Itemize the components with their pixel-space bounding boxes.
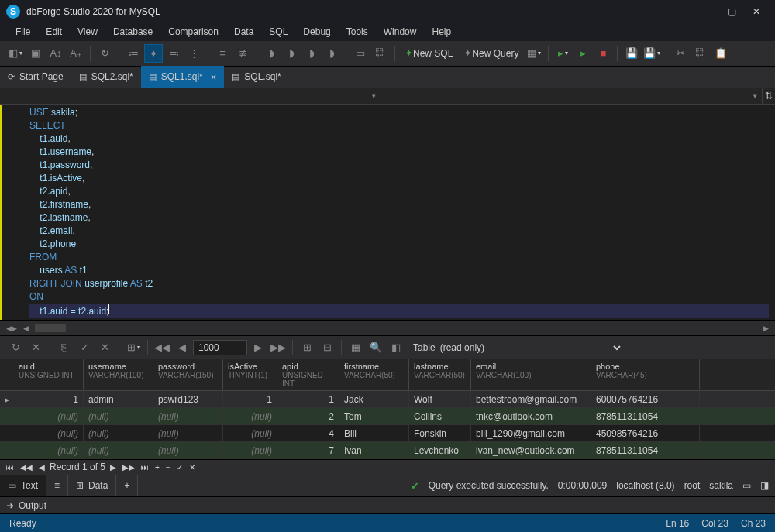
document-tab[interactable]: ⟳Start Page bbox=[0, 66, 71, 88]
table-cell[interactable]: 1 bbox=[223, 391, 277, 407]
table-cell[interactable]: Fonskin bbox=[409, 425, 471, 441]
document-tab[interactable]: ▤SQL2.sql* bbox=[71, 66, 141, 88]
first-page-icon[interactable]: ◀◀ bbox=[153, 338, 171, 357]
column-header[interactable]: phoneVARCHAR(45) bbox=[591, 359, 700, 390]
flag-clear-icon[interactable]: ◗ bbox=[322, 44, 341, 63]
menu-window[interactable]: Window bbox=[377, 25, 423, 39]
view-card-icon[interactable]: ⊟ bbox=[318, 338, 336, 357]
last-page-icon[interactable]: ▶▶ bbox=[269, 338, 288, 357]
table-cell[interactable]: Wolf bbox=[409, 391, 471, 407]
output-panel-header[interactable]: ➜ Output bbox=[0, 497, 775, 515]
table-cell[interactable]: Bill bbox=[339, 425, 409, 441]
minimize-button[interactable]: — bbox=[694, 0, 719, 23]
table-cell[interactable]: 600075764216 bbox=[591, 391, 700, 407]
close-button[interactable]: ✕ bbox=[744, 0, 769, 23]
flag-prev-icon[interactable]: ◗ bbox=[282, 44, 301, 63]
nav-last-icon[interactable]: ⏭ bbox=[140, 463, 150, 472]
cancel-icon[interactable]: ✕ bbox=[26, 338, 45, 357]
table-cell[interactable]: (null) bbox=[84, 408, 153, 424]
table-row[interactable]: (null)(null)(null)(null)7IvanLevchenkoiv… bbox=[0, 442, 775, 459]
save-dropdown-button[interactable]: 💾▾ bbox=[642, 44, 661, 63]
table-cell[interactable]: (null) bbox=[84, 425, 153, 441]
column-header[interactable]: lastnameVARCHAR(50) bbox=[409, 359, 471, 390]
table-cell[interactable]: (null) bbox=[223, 442, 277, 458]
page-size-input[interactable] bbox=[193, 340, 247, 355]
new-sql-button[interactable]: ✦ New SQL bbox=[400, 44, 457, 63]
nav-remove-icon[interactable]: − bbox=[164, 463, 172, 472]
table-cell[interactable]: 878511311054 bbox=[591, 408, 700, 424]
nav-commit-icon[interactable]: ✓ bbox=[175, 463, 184, 472]
bookmark-icon[interactable]: ◗ bbox=[262, 44, 281, 63]
column-header[interactable]: usernameVARCHAR(100) bbox=[84, 359, 153, 390]
table-cell[interactable]: pswrd123 bbox=[153, 391, 223, 407]
table-cell[interactable]: Tom bbox=[339, 408, 409, 424]
table-row[interactable]: (null)(null)(null)(null)2TomCollinstnkc@… bbox=[0, 408, 775, 425]
tab-text[interactable]: ▭Text bbox=[0, 475, 46, 496]
table-cell[interactable]: ivan_new@outlook.com bbox=[471, 442, 591, 458]
toolbar-button[interactable]: A↕ bbox=[46, 44, 65, 63]
table-cell[interactable]: Levchenko bbox=[409, 442, 471, 458]
table-cell[interactable]: 1 bbox=[277, 391, 339, 407]
table-cell[interactable]: Collins bbox=[409, 408, 471, 424]
menu-tools[interactable]: Tools bbox=[340, 25, 374, 39]
refresh-results-icon[interactable]: ↻ bbox=[6, 338, 25, 357]
menu-file[interactable]: File bbox=[9, 25, 36, 39]
menu-edit[interactable]: Edit bbox=[40, 25, 68, 39]
toolbar-button[interactable]: ▦▾ bbox=[525, 44, 543, 63]
table-cell[interactable]: (null) bbox=[14, 425, 84, 441]
toolbar-button[interactable]: ⿻ bbox=[371, 44, 390, 63]
flag-next-icon[interactable]: ◗ bbox=[302, 44, 321, 63]
column-header[interactable]: auidUNSIGNED INT bbox=[14, 359, 84, 390]
table-cell[interactable]: 2 bbox=[277, 408, 339, 424]
debug-button[interactable]: ▸ bbox=[574, 44, 592, 63]
table-cell[interactable]: (null) bbox=[153, 442, 223, 458]
table-cell[interactable]: (null) bbox=[14, 442, 84, 458]
table-mode-select[interactable]: (read only) bbox=[437, 340, 623, 355]
table-cell[interactable]: Ivan bbox=[339, 442, 409, 458]
menu-sql[interactable]: SQL bbox=[263, 25, 294, 39]
table-cell[interactable]: (null) bbox=[153, 408, 223, 424]
toolbar-icon[interactable]: ▦ bbox=[346, 338, 365, 357]
table-row[interactable]: (null)(null)(null)(null)4BillFonskinbill… bbox=[0, 425, 775, 442]
view-grid-icon[interactable]: ⊞ bbox=[298, 338, 316, 357]
editor-dropdown-right[interactable]: ▾ bbox=[381, 88, 763, 104]
column-header[interactable]: isActiveTINYINT(1) bbox=[223, 359, 277, 390]
close-tab-icon[interactable]: × bbox=[211, 71, 217, 83]
toolbar-button[interactable]: ≔ bbox=[124, 44, 143, 63]
column-header[interactable]: passwordVARCHAR(150) bbox=[153, 359, 223, 390]
toolbar-button[interactable]: ◧▾ bbox=[6, 44, 25, 63]
document-tab[interactable]: ▤SQL.sql* bbox=[224, 66, 288, 88]
column-header[interactable]: apidUNSIGNED INT bbox=[277, 359, 339, 390]
rollback-icon[interactable]: ✕ bbox=[95, 338, 114, 357]
editor-scrollbar[interactable]: ◀▶ ◀ ▶ bbox=[0, 320, 775, 336]
menu-view[interactable]: View bbox=[71, 25, 104, 39]
nav-add-icon[interactable]: + bbox=[153, 463, 161, 472]
table-cell[interactable]: bettestroom@gmail.com bbox=[471, 391, 591, 407]
toolbar-button[interactable]: ≡ bbox=[213, 44, 232, 63]
editor-dropdown-left[interactable]: ▾ bbox=[0, 88, 381, 104]
copy-icon[interactable]: ⿻ bbox=[691, 44, 710, 63]
table-cell[interactable]: (null) bbox=[14, 408, 84, 424]
paste-icon[interactable]: 📋 bbox=[711, 44, 730, 63]
toolbar-button[interactable]: ▣ bbox=[26, 44, 45, 63]
table-cell[interactable]: tnkc@outlook.com bbox=[471, 408, 591, 424]
table-cell[interactable]: (null) bbox=[84, 442, 153, 458]
table-cell[interactable]: bill_1290@gmail.com bbox=[471, 425, 591, 441]
document-tab[interactable]: ▤SQL1.sql*× bbox=[141, 66, 225, 88]
nav-cancel-icon[interactable]: ✕ bbox=[188, 463, 197, 472]
sql-editor[interactable]: USE sakila;SELECT t1.auid, t1.username, … bbox=[0, 105, 775, 320]
stop-button[interactable]: ■ bbox=[594, 44, 612, 63]
next-page-icon[interactable]: ▶ bbox=[249, 338, 267, 357]
table-row[interactable]: ▸1adminpswrd12311JackWolfbettestroom@gma… bbox=[0, 391, 775, 408]
table-cell[interactable]: 450985764216 bbox=[591, 425, 700, 441]
new-query-button[interactable]: ✦ New Query bbox=[459, 44, 523, 63]
table-cell[interactable]: (null) bbox=[153, 425, 223, 441]
table-cell[interactable]: 1 bbox=[14, 391, 84, 407]
nav-prev-icon[interactable]: ◀ bbox=[37, 463, 46, 472]
toolbar-button[interactable]: ▭ bbox=[351, 44, 370, 63]
table-cell[interactable]: 878511311054 bbox=[591, 442, 700, 458]
table-cell[interactable]: admin bbox=[84, 391, 153, 407]
maximize-button[interactable]: ▢ bbox=[719, 0, 744, 23]
column-header[interactable]: firstnameVARCHAR(50) bbox=[339, 359, 409, 390]
refresh-icon[interactable]: ↻ bbox=[95, 44, 114, 63]
